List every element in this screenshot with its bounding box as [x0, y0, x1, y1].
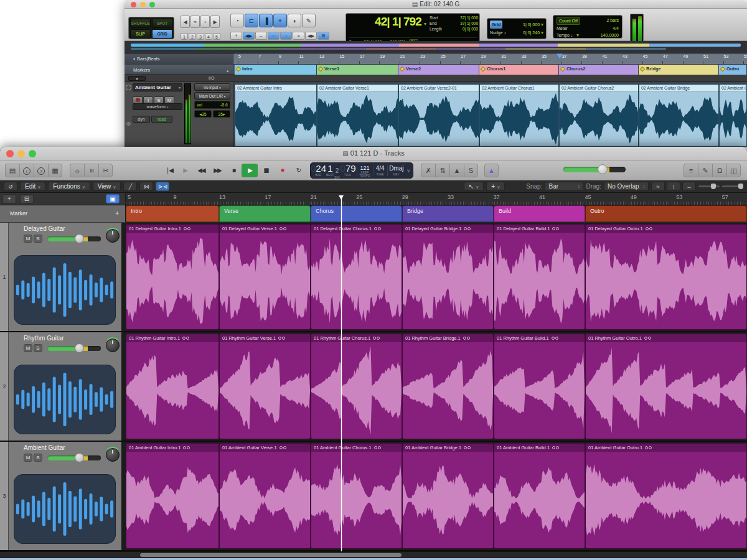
- solo-button[interactable]: S: [34, 344, 42, 352]
- link-track-selection-button[interactable]: ⋯: [268, 32, 280, 40]
- grabber-tool[interactable]: +: [273, 14, 287, 27]
- pt-marker-bridge[interactable]: Bridge: [639, 65, 719, 75]
- record-button[interactable]: ●: [274, 164, 290, 177]
- audio-region[interactable]: 01 Delayed Guitar Intro.1: [126, 224, 219, 330]
- pt-marker-lane[interactable]: Markers+ IntroVerse1Verse2Chorus1Chorus2…: [125, 65, 747, 75]
- drag-select[interactable]: No Overlap↕: [604, 182, 649, 191]
- pt-playhead-marker[interactable]: [557, 54, 563, 58]
- selector-tool[interactable]: ▐: [259, 14, 273, 27]
- grid-nudge-panel[interactable]: Grid1| 0| 000 ▾ Nudge ♪0| 0| 240 ▾: [487, 18, 547, 39]
- pan-right-readout[interactable]: 35▸: [213, 110, 230, 118]
- mute-button[interactable]: M: [24, 235, 32, 243]
- solo-button[interactable]: S: [34, 235, 42, 243]
- smart-controls-icon[interactable]: ☼: [70, 164, 84, 177]
- track-header[interactable]: Rhythm GuitarMS: [9, 332, 122, 441]
- track-color-dot[interactable]: [126, 85, 131, 90]
- list-editors-icon[interactable]: ≡: [684, 164, 698, 177]
- pt-audio-region[interactable]: 02 Ambient Guitar Outro: [719, 84, 747, 147]
- tuner-button[interactable]: ✗: [421, 164, 435, 177]
- volume-thumb[interactable]: [75, 234, 84, 243]
- inspector-icon[interactable]: i: [19, 164, 34, 177]
- bar-ruler[interactable]: 59131721252933374145495357: [126, 193, 747, 205]
- add-marker-button[interactable]: +: [115, 210, 119, 217]
- edit-mode-slip[interactable]: SLIP: [130, 29, 151, 39]
- track-view-selector[interactable]: waveform ▾: [133, 103, 182, 110]
- automation-button[interactable]: ╱: [123, 182, 137, 191]
- toolbar-icon[interactable]: ▦: [48, 164, 62, 177]
- zoom-preset-2[interactable]: 2: [189, 33, 196, 40]
- audio-region[interactable]: 01 Delayed Guitar Verse.1: [219, 224, 311, 330]
- lcd-dropdown-icon[interactable]: ∨: [404, 168, 413, 174]
- zoom-preset-3[interactable]: 3: [197, 33, 204, 40]
- zoom-preset-4[interactable]: 4: [205, 33, 212, 40]
- marker-bridge[interactable]: Bridge: [402, 205, 494, 222]
- mixer-icon[interactable]: ≡: [84, 164, 98, 177]
- horizontal-scrollbar[interactable]: [0, 551, 747, 558]
- audio-region[interactable]: 01 Rhythm Guitar Outro.1: [585, 334, 747, 439]
- waveform-zoom-icon[interactable]: ≈: [190, 16, 200, 28]
- playhead[interactable]: [341, 195, 342, 551]
- flex-button[interactable]: ⊳⊲: [156, 182, 169, 191]
- metronome-button[interactable]: ▲: [449, 164, 464, 177]
- track-header-view-button[interactable]: ▣: [106, 194, 120, 203]
- forward-button[interactable]: ▶▶: [209, 164, 225, 177]
- tab-to-transient-button[interactable]: ◀▶: [243, 32, 255, 40]
- automation-follows-button[interactable]: ≡: [293, 32, 304, 40]
- pt-audio-region[interactable]: 02 Ambient Guitar Bridge: [639, 84, 719, 147]
- audio-region[interactable]: 01 Rhythm Guitar Chorus.1: [311, 334, 402, 439]
- pause-button[interactable]: ▮▮: [258, 164, 274, 177]
- count-in-button[interactable]: ⇅: [435, 164, 449, 177]
- audio-region[interactable]: 01 Ambient Guitar Build.1: [494, 443, 585, 549]
- pt-marker-verse2[interactable]: Verse2: [398, 65, 479, 75]
- edit-mode-grid[interactable]: GRID: [152, 29, 172, 39]
- track-volume-slider[interactable]: [47, 455, 101, 460]
- pencil-tool[interactable]: ✎: [302, 14, 316, 27]
- edit-mode-spot[interactable]: SPOT: [152, 19, 172, 28]
- lcd-display[interactable]: 024BAR 1BEAT 2DIV 079TICK 121KEEPTEMPO 4…: [310, 162, 413, 179]
- go-to-beginning-button[interactable]: ❘◀: [161, 164, 177, 177]
- volume-readout[interactable]: vol-8.6: [194, 101, 230, 109]
- pan-knob[interactable]: [106, 448, 120, 462]
- counter-dropdown-icon[interactable]: ▾: [424, 21, 426, 27]
- logic-titlebar[interactable]: ▤01 121 D - Tracks: [0, 147, 747, 161]
- audio-region[interactable]: 01 Delayed Guitar Outro.1: [585, 224, 747, 330]
- functions-menu[interactable]: Functions∨: [48, 182, 90, 191]
- mute-button[interactable]: M: [24, 344, 32, 352]
- track-volume-slider[interactable]: [47, 346, 101, 351]
- command-click-tool-menu[interactable]: +∨: [486, 182, 505, 191]
- scrubber-tool[interactable]: ◖: [288, 14, 301, 27]
- horizontal-auto-zoom-button[interactable]: ↔: [682, 182, 696, 191]
- marker-outro[interactable]: Outro: [585, 205, 747, 222]
- automation-mode-button[interactable]: read: [151, 116, 172, 123]
- audio-region[interactable]: 01 Ambient Guitar Outro.1: [585, 443, 747, 549]
- pt-marker-chorus2[interactable]: Chorus2: [559, 65, 639, 75]
- input-selector[interactable]: no input ▾: [194, 83, 230, 91]
- volume-thumb[interactable]: [598, 164, 608, 174]
- track-list-dropdown[interactable]: ▾: [128, 76, 146, 81]
- marker-build[interactable]: Build: [494, 205, 585, 222]
- note-pads-icon[interactable]: ✎: [698, 164, 712, 177]
- pt-marker-verse1[interactable]: Verse1: [317, 65, 398, 75]
- marker-intro[interactable]: Intro: [126, 205, 219, 222]
- add-track-button[interactable]: +: [2, 194, 16, 203]
- bars-beats-ruler[interactable]: ▾Bars|Beats 5791113151719212325272931333…: [125, 54, 747, 65]
- track-header[interactable]: Delayed GuitarMS: [9, 223, 122, 331]
- apple-loops-icon[interactable]: Ω: [712, 164, 726, 177]
- view-menu[interactable]: View∨: [93, 182, 121, 191]
- waveform-zoom-button[interactable]: ≈: [651, 182, 665, 191]
- scrollbar-handle[interactable]: [140, 553, 402, 557]
- link-timeline-button[interactable]: ⊞: [317, 32, 329, 40]
- track-options-icon[interactable]: ◎: [126, 121, 131, 126]
- mute-button[interactable]: M: [24, 454, 32, 462]
- pt-region-lane[interactable]: 02 Ambient Guitar Intro02 Ambient Guitar…: [233, 82, 747, 147]
- pt-audio-region[interactable]: 02 Ambient Guitar Verse1: [317, 84, 398, 147]
- audio-region[interactable]: 01 Delayed Guitar Build.1: [494, 224, 585, 330]
- pt-audio-region[interactable]: 02 Ambient Guitar Intro: [235, 84, 317, 147]
- pan-left-readout[interactable]: ◂35: [194, 110, 212, 118]
- zoom-toggle-button[interactable]: +: [230, 32, 242, 40]
- stop-button[interactable]: ■: [225, 164, 242, 177]
- zoom-in-arrow-icon[interactable]: ▶: [210, 16, 220, 28]
- insertion-follows-button[interactable]: ↕: [280, 32, 292, 40]
- pt-marker-chorus1[interactable]: Chorus1: [479, 65, 559, 75]
- left-click-tool-menu[interactable]: ↖∨: [464, 182, 484, 191]
